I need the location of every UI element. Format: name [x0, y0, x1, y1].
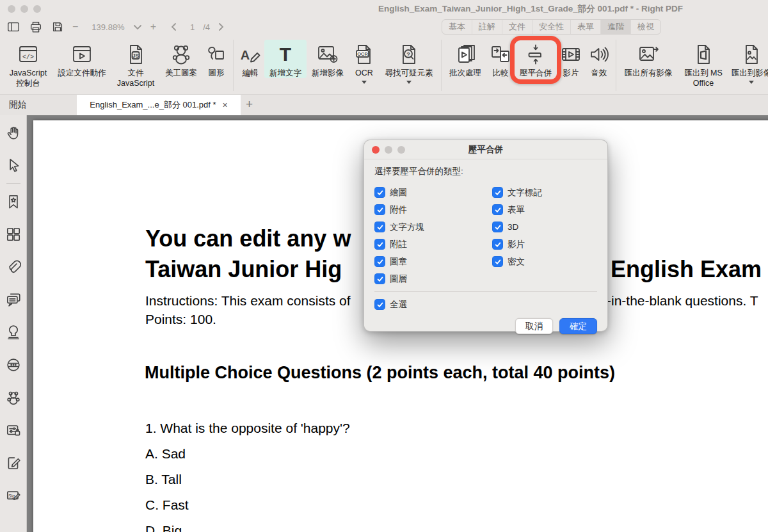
ocr-button[interactable]: OCR OCR	[349, 40, 380, 84]
checkbox-3d[interactable]: 3D	[492, 222, 518, 232]
add-image-icon	[315, 41, 340, 68]
zoom-window-button[interactable]	[33, 5, 41, 13]
document-option-a: A. Sad	[145, 446, 186, 462]
dialog-close-button[interactable]	[372, 146, 380, 154]
checked-checkbox-icon[interactable]	[492, 239, 503, 250]
select-tool-icon[interactable]	[4, 156, 23, 175]
checked-checkbox-icon[interactable]	[374, 187, 385, 198]
checkbox-select-all[interactable]: 全選	[374, 299, 407, 310]
checkbox-attachments[interactable]: 附件	[374, 204, 492, 216]
flatten-button[interactable]: 壓平合併	[515, 40, 557, 78]
checked-checkbox-icon[interactable]	[492, 187, 503, 198]
comments-panel-icon[interactable]	[4, 290, 23, 309]
toolbar-separator	[616, 40, 616, 91]
set-document-actions-button[interactable]: 設定文件動作	[52, 40, 111, 78]
next-page-icon[interactable]	[218, 22, 224, 31]
checked-checkbox-icon[interactable]	[374, 299, 385, 310]
checkbox-stamps[interactable]: 圖章	[374, 256, 492, 268]
tab-view[interactable]: 檢視	[631, 20, 660, 34]
batch-process-button[interactable]: 批次處理	[444, 40, 486, 78]
close-window-button[interactable]	[8, 5, 15, 13]
svg-text:Sig: Sig	[8, 494, 14, 499]
ok-button[interactable]: 確定	[559, 318, 597, 334]
checked-checkbox-icon[interactable]	[374, 273, 385, 284]
checked-checkbox-icon[interactable]	[492, 256, 503, 267]
find-suspects-icon: ?	[396, 41, 422, 68]
page-thumbnails-icon[interactable]	[4, 225, 23, 244]
signature-tool-icon[interactable]: Sig	[4, 486, 23, 505]
edit-note-icon[interactable]	[4, 453, 23, 472]
checkbox-notes[interactable]: 附註	[374, 239, 492, 250]
shapes-button[interactable]: 圖形	[202, 40, 230, 78]
edit-button[interactable]: A 編輯	[236, 40, 264, 78]
start-page-label[interactable]: 開始	[9, 99, 26, 111]
cancel-button[interactable]: 取消	[515, 318, 553, 334]
protection-settings-icon[interactable]	[4, 421, 23, 440]
checked-checkbox-icon[interactable]	[374, 222, 385, 232]
dialog-prompt: 選擇要壓平合併的類型:	[374, 166, 597, 177]
hand-tool-icon[interactable]	[4, 123, 23, 142]
compare-button[interactable]: 比較	[486, 40, 515, 78]
close-tab-icon[interactable]: ×	[223, 100, 228, 110]
page-number-input[interactable]: 1	[190, 22, 195, 32]
checkbox-layers[interactable]: 圖層	[374, 273, 492, 285]
video-button[interactable]: 影片	[557, 40, 585, 78]
zoom-dropdown-chevron-icon[interactable]	[133, 24, 142, 30]
document-tab[interactable]: English_Exam_...e_部分 001.pdf * ×	[77, 95, 241, 115]
checked-checkbox-icon[interactable]	[492, 222, 503, 232]
ocr-dropdown-caret-icon[interactable]	[362, 81, 367, 84]
stamp-tool-icon[interactable]	[4, 323, 23, 342]
add-text-button[interactable]: T 新增文字	[264, 40, 307, 78]
zoom-level-value[interactable]: 139.88%	[92, 22, 124, 32]
minimize-window-button[interactable]	[20, 5, 28, 13]
checked-checkbox-icon[interactable]	[374, 256, 385, 267]
toolbar-separator	[441, 40, 442, 91]
clipart-button[interactable]: 美工圖案	[160, 40, 202, 78]
export-to-image-dropdown-caret-icon[interactable]	[749, 81, 754, 84]
checkbox-text-markup[interactable]: 文字標記	[492, 187, 542, 198]
tab-document[interactable]: 文件	[502, 20, 532, 34]
checked-checkbox-icon[interactable]	[374, 204, 385, 215]
document-section-title: Multiple Choice Questions (2 points each…	[145, 363, 615, 383]
checkbox-row: 附件 表單	[374, 201, 597, 218]
toggle-sidebar-icon[interactable]	[6, 20, 20, 33]
tab-security[interactable]: 安全性	[532, 20, 571, 34]
bookmarks-panel-icon[interactable]	[4, 192, 23, 211]
checkbox-row: 全選	[374, 296, 597, 313]
new-tab-button[interactable]: +	[246, 97, 253, 111]
dynamic-stamp-icon[interactable]	[4, 355, 23, 375]
checkbox-video[interactable]: 影片	[492, 239, 525, 250]
add-image-button[interactable]: 新增影像	[307, 40, 349, 78]
attachments-panel-icon[interactable]	[4, 257, 23, 277]
checked-checkbox-icon[interactable]	[374, 239, 385, 250]
tab-comment[interactable]: 註解	[472, 20, 502, 34]
zoom-in-button[interactable]: +	[150, 22, 156, 32]
checked-checkbox-icon[interactable]	[492, 204, 503, 215]
checkbox-redaction[interactable]: 密文	[492, 256, 525, 268]
checkbox-forms[interactable]: 表單	[492, 204, 525, 216]
dialog-minimize-button	[385, 146, 392, 154]
advanced-toolbar: </> JavaScript控制台 設定文件動作 JS 文件JavaScript…	[0, 36, 768, 95]
checkbox-row: 附註 影片	[374, 236, 597, 253]
save-icon[interactable]	[51, 20, 64, 33]
clipart-panel-icon[interactable]	[4, 388, 23, 407]
tab-advanced[interactable]: 進階	[601, 20, 631, 34]
tab-basic[interactable]: 基本	[442, 20, 472, 34]
previous-page-icon[interactable]	[171, 22, 177, 31]
javascript-console-icon: </>	[15, 41, 41, 68]
export-to-image-button[interactable]: 匯出到影像	[729, 40, 768, 84]
find-suspects-dropdown-caret-icon[interactable]	[406, 81, 412, 84]
export-to-ms-office-button[interactable]: 匯出到 MSOffice	[678, 40, 729, 89]
javascript-console-button[interactable]: </> JavaScript控制台	[4, 40, 52, 89]
zoom-out-button[interactable]: −	[72, 22, 78, 32]
checkbox-text-boxes[interactable]: 文字方塊	[374, 222, 492, 233]
audio-button[interactable]: 音效	[585, 40, 613, 78]
print-icon[interactable]	[29, 20, 43, 34]
export-all-images-button[interactable]: 匯出所有影像	[619, 40, 678, 78]
svg-text:JS: JS	[132, 52, 140, 59]
find-suspects-button[interactable]: ? 尋找可疑元素	[380, 40, 438, 84]
page-total-label: /4	[203, 22, 210, 32]
document-javascript-button[interactable]: JS 文件JavaScript	[111, 40, 160, 89]
tab-forms[interactable]: 表單	[571, 20, 601, 34]
checkbox-drawings[interactable]: 繪圖	[374, 187, 492, 198]
